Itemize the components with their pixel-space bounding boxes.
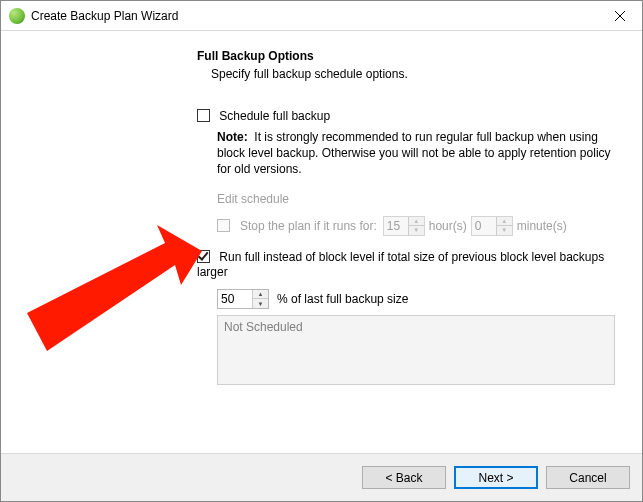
stop-plan-label: Stop the plan if it runs for:	[240, 219, 377, 233]
schedule-full-row: Schedule full backup	[197, 109, 618, 123]
schedule-status-text: Not Scheduled	[224, 320, 303, 334]
edit-schedule-link: Edit schedule	[217, 192, 618, 206]
app-icon	[9, 8, 25, 24]
spinner-down-icon[interactable]: ▼	[253, 299, 268, 308]
close-icon	[615, 11, 625, 21]
run-full-row: Run full instead of block level if total…	[197, 250, 618, 281]
note-text: Note: It is strongly recommended to run …	[217, 129, 618, 178]
stop-hours-input	[384, 217, 408, 235]
note-body: It is strongly recommended to run regula…	[217, 130, 611, 176]
percent-suffix: % of last full backup size	[277, 292, 408, 306]
spinner-up-icon: ▲	[497, 217, 512, 227]
content-area: Full Backup Options Specify full backup …	[1, 31, 642, 453]
stop-hours-spinner: ▲▼	[383, 216, 425, 236]
schedule-status-box: Not Scheduled	[217, 315, 615, 385]
spinner-down-icon: ▼	[497, 226, 512, 235]
spinner-down-icon: ▼	[409, 226, 424, 235]
run-full-checkbox[interactable]	[197, 250, 210, 263]
spinner-up-icon[interactable]: ▲	[253, 290, 268, 300]
schedule-full-label[interactable]: Schedule full backup	[219, 109, 330, 123]
percent-spinner[interactable]: ▲▼	[217, 289, 269, 309]
footer-buttons: < Back Next > Cancel	[1, 453, 642, 501]
titlebar: Create Backup Plan Wizard	[1, 1, 642, 31]
percent-row: ▲▼ % of last full backup size	[217, 289, 618, 309]
stop-hours-unit: hour(s)	[429, 219, 467, 233]
page-subtitle: Specify full backup schedule options.	[211, 67, 618, 81]
back-button[interactable]: < Back	[362, 466, 446, 489]
cancel-button[interactable]: Cancel	[546, 466, 630, 489]
note-prefix: Note:	[217, 130, 248, 144]
stop-minutes-spinner: ▲▼	[471, 216, 513, 236]
close-button[interactable]	[597, 1, 642, 31]
run-full-label[interactable]: Run full instead of block level if total…	[197, 250, 604, 280]
page-title: Full Backup Options	[197, 49, 618, 63]
stop-plan-checkbox	[217, 219, 230, 232]
window-title: Create Backup Plan Wizard	[31, 9, 178, 23]
stop-plan-row: Stop the plan if it runs for: ▲▼ hour(s)…	[217, 216, 618, 236]
schedule-full-checkbox[interactable]	[197, 109, 210, 122]
stop-minutes-unit: minute(s)	[517, 219, 567, 233]
percent-input[interactable]	[218, 290, 252, 308]
stop-minutes-input	[472, 217, 496, 235]
spinner-up-icon: ▲	[409, 217, 424, 227]
next-button[interactable]: Next >	[454, 466, 538, 489]
